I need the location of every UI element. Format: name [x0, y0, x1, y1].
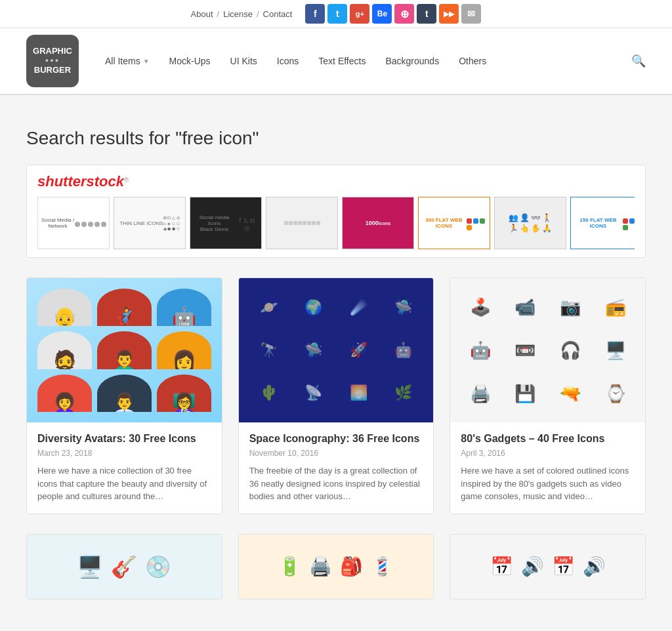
card-bottom-2[interactable]: 🔋 🖨️ 🎒 💈 [238, 534, 434, 600]
header-divider [0, 94, 672, 95]
shutterstock-logo: shutterstock® [37, 173, 635, 190]
space-icon-9: 🌵 [260, 384, 278, 401]
gadget-4: 📻 [605, 297, 626, 317]
card-body-1: Diversity Avatars: 30 Free Icons March 2… [27, 422, 222, 514]
search-icon[interactable]: 🔍 [631, 54, 646, 68]
ad-banner[interactable]: shutterstock® Social Media / Network THI… [26, 165, 646, 258]
gadget-2: 📹 [514, 297, 536, 317]
card-date-1: March 23, 2018 [37, 449, 211, 458]
space-icon-4: 🛸 [394, 299, 412, 316]
gadget-11: 🔫 [560, 384, 581, 404]
top-bar: About / License / Contact f t g+ Be ⊕ t … [0, 0, 672, 28]
nav-all-items[interactable]: All Items ▼ [105, 56, 150, 66]
avatar-1: 👴 [37, 289, 92, 326]
behance-icon[interactable]: Be [372, 4, 392, 24]
avatar-3: 🤖 [157, 289, 211, 326]
card-80s-gadgets[interactable]: 🕹️ 📹 📷 📻 🤖 📼 🎧 🖥️ 🖨️ 💾 🔫 ⌚ 80's Gadgets … [450, 277, 646, 514]
card-desc-1: Here we have a nice collection of 30 fre… [37, 464, 211, 503]
social-icons: f t g+ Be ⊕ t ▶▶ ✉ [305, 4, 481, 24]
card-bottom-img-3: 📅 🔊 📅 🔊 [450, 535, 645, 599]
space-icon-8: 🤖 [394, 342, 412, 359]
main-content: Search results for "free icon" shutterst… [0, 108, 672, 631]
google-icon[interactable]: g+ [350, 4, 369, 24]
sep2: / [257, 9, 259, 19]
ss-thumb-5: 1000icons [342, 197, 414, 249]
card-gadgets-image: 🕹️ 📹 📷 📻 🤖 📼 🎧 🖥️ 🖨️ 💾 🔫 ⌚ [450, 278, 645, 422]
card-bottom-img-2: 🔋 🖨️ 🎒 💈 [239, 535, 434, 599]
gadget-6: 📼 [514, 340, 536, 361]
tumblr-icon[interactable]: t [417, 4, 436, 24]
card-title-1: Diversity Avatars: 30 Free Icons [37, 433, 211, 445]
nav-contact[interactable]: Contact [263, 9, 293, 19]
dribbble-icon[interactable]: ⊕ [394, 4, 414, 24]
card-date-2: November 10, 2016 [249, 449, 423, 458]
space-icon-10: 📡 [304, 384, 322, 401]
avatar-6: 👩 [157, 331, 211, 369]
avatar-9: 👩‍🏫 [157, 375, 211, 412]
avatar-4: 🧔 [37, 331, 92, 369]
gadget-5: 🤖 [470, 340, 491, 361]
bottom-card-grid: 🖥️ 🎸 💿 🔋 🖨️ 🎒 💈 📅 🔊 📅 🔊 [26, 534, 646, 600]
nav-about[interactable]: About [191, 9, 213, 19]
space-icon-1: 🪐 [260, 299, 278, 316]
card-bottom-img-1: 🖥️ 🎸 💿 [27, 535, 222, 599]
card-body-3: 80's Gadgets – 40 Free Icons April 3, 20… [450, 422, 645, 514]
space-icon-7: 🚀 [350, 342, 368, 359]
card-diversity-image: 👴 🦸 🤖 🧔 👨‍🦱 👩 👩‍🦱 👨‍💼 👩‍🏫 [27, 278, 222, 422]
ss-thumb-7: 👥👤👓🚶 🏃👆✋🙏 [494, 197, 566, 249]
card-body-2: Space Iconography: 36 Free Icons Novembe… [239, 422, 434, 514]
ss-thumb-6: 300 FLAT WEB ICONS [418, 197, 490, 249]
logo[interactable]: GRAPHIC ●●● BURGER [26, 35, 79, 87]
card-title-2: Space Iconography: 36 Free Icons [249, 433, 423, 445]
card-space-iconography[interactable]: 🪐 🌍 ☄️ 🛸 🔭 🛸 🚀 🤖 🌵 📡 🌅 🌿 Space Iconograp… [238, 277, 434, 514]
space-icon-3: ☄️ [350, 299, 368, 316]
card-date-3: April 3, 2016 [461, 449, 635, 458]
gadget-7: 🎧 [560, 340, 581, 361]
ss-thumb-2: THIN LINE ICONS⊞ ⊡ △ ◎▷ ◈ ◇ ⬡◉ ⬟ ⬢ ▽ [114, 197, 186, 249]
ss-thumbnails: Social Media / Network THIN LINE ICONS⊞ … [37, 197, 635, 249]
card-desc-3: Here we have a set of colored outlined i… [461, 464, 635, 503]
logo-line2: BURGER [33, 65, 72, 76]
card-bottom-3[interactable]: 📅 🔊 📅 🔊 [450, 534, 646, 600]
space-icon-2: 🌍 [304, 299, 322, 316]
gadget-10: 💾 [514, 384, 536, 404]
avatar-2: 🦸 [97, 289, 152, 326]
ss-thumb-4 [266, 197, 338, 249]
card-bottom-1[interactable]: 🖥️ 🎸 💿 [26, 534, 222, 600]
nav-backgrounds[interactable]: Backgrounds [385, 56, 439, 66]
nav-text-effects[interactable]: Text Effects [318, 56, 366, 66]
logo-divider: ●●● [33, 57, 72, 65]
email-icon[interactable]: ✉ [461, 4, 481, 24]
space-icon-6: 🛸 [304, 342, 322, 359]
header: GRAPHIC ●●● BURGER All Items ▼ Mock-Ups … [0, 28, 672, 94]
space-icon-12: 🌿 [394, 384, 412, 401]
facebook-icon[interactable]: f [305, 4, 325, 24]
card-diversity-avatars[interactable]: 👴 🦸 🤖 🧔 👨‍🦱 👩 👩‍🦱 👨‍💼 👩‍🏫 Diversity Avat… [26, 277, 222, 514]
logo-line1: GRAPHIC [33, 46, 72, 57]
nav-icons[interactable]: Icons [277, 56, 299, 66]
avatar-8: 👨‍💼 [97, 375, 152, 412]
nav-license[interactable]: License [223, 9, 253, 19]
top-nav: About / License / Contact [191, 9, 293, 19]
gadget-3: 📷 [560, 297, 581, 317]
ss-thumb-8: 150 FLAT WEB ICONS [570, 197, 635, 249]
nav-others[interactable]: Others [459, 56, 486, 66]
card-title-3: 80's Gadgets – 40 Free Icons [461, 433, 635, 445]
avatar-5: 👨‍🦱 [97, 331, 152, 369]
rss-icon[interactable]: ▶▶ [439, 4, 459, 24]
gadget-12: ⌚ [605, 384, 626, 404]
twitter-icon[interactable]: t [327, 4, 347, 24]
main-nav: All Items ▼ Mock-Ups UI Kits Icons Text … [105, 56, 631, 66]
gadget-9: 🖨️ [470, 384, 491, 404]
card-grid: 👴 🦸 🤖 🧔 👨‍🦱 👩 👩‍🦱 👨‍💼 👩‍🏫 Diversity Avat… [26, 277, 646, 514]
logo-inner: GRAPHIC ●●● BURGER [33, 46, 72, 75]
nav-mockups[interactable]: Mock-Ups [169, 56, 211, 66]
card-desc-2: The freebie of the day is a great collec… [249, 464, 423, 503]
avatar-7: 👩‍🦱 [37, 375, 92, 412]
ss-thumb-1: Social Media / Network [37, 197, 110, 249]
gadget-1: 🕹️ [470, 297, 491, 317]
sep1: / [217, 9, 220, 19]
shutterstock-reg: ® [124, 176, 129, 184]
nav-ui-kits[interactable]: UI Kits [230, 56, 257, 66]
space-icon-5: 🔭 [260, 342, 278, 359]
